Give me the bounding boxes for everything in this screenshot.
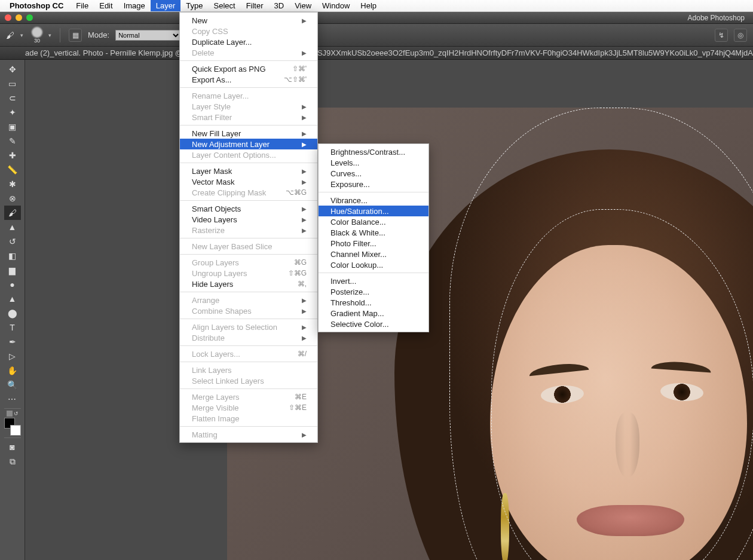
adjustment-menu-brightness-contrast[interactable]: Brightness/Contrast... bbox=[319, 146, 428, 157]
menu-item-label: Selective Color... bbox=[330, 320, 418, 329]
menu-view[interactable]: View bbox=[289, 0, 317, 11]
swap-colors-icon[interactable]: ↺ bbox=[14, 411, 19, 417]
sharpen-tool[interactable]: ▲ bbox=[4, 292, 21, 306]
layer-menu-new-adjustment-layer[interactable]: New Adjustment Layer▶ bbox=[180, 139, 317, 149]
adjustment-menu-color-balance[interactable]: Color Balance... bbox=[319, 216, 428, 227]
minimize-window-icon[interactable] bbox=[16, 14, 22, 21]
color-swatches[interactable] bbox=[4, 418, 21, 436]
menu-item-label: Align Layers to Selection bbox=[192, 323, 284, 332]
layer-menu-layer-content-options: Layer Content Options... bbox=[180, 149, 317, 160]
default-fg-icon[interactable] bbox=[7, 411, 13, 417]
menu-item-label: Combine Shapes bbox=[192, 307, 284, 316]
history-brush-tool[interactable]: ↺ bbox=[4, 234, 21, 249]
adjustment-menu-color-lookup[interactable]: Color Lookup... bbox=[319, 259, 428, 270]
spot-heal-tool[interactable]: ✚ bbox=[4, 148, 21, 163]
adjustment-menu-levels[interactable]: Levels... bbox=[319, 157, 428, 168]
layer-menu-smart-objects[interactable]: Smart Objects▶ bbox=[180, 203, 317, 214]
submenu-arrow-icon: ▶ bbox=[302, 297, 307, 304]
adjustment-menu-selective-color[interactable]: Selective Color... bbox=[319, 319, 428, 329]
adjustment-menu-exposure[interactable]: Exposure... bbox=[319, 179, 428, 189]
stamp-tool[interactable]: ▲ bbox=[4, 220, 21, 234]
adjustment-menu-gradient-map[interactable]: Gradient Map... bbox=[319, 308, 428, 319]
brush-preview[interactable]: 30 bbox=[32, 27, 42, 44]
layer-menu-quick-export-as-png[interactable]: Quick Export as PNG⇧⌘' bbox=[180, 63, 317, 74]
layer-menu-layer-style: Layer Style▶ bbox=[180, 101, 317, 112]
layer-menu-export-as[interactable]: Export As...⌥⇧⌘' bbox=[180, 74, 317, 85]
quick-mask-icon[interactable]: ◙ bbox=[4, 440, 21, 454]
close-window-icon[interactable] bbox=[5, 14, 11, 21]
type-tool[interactable]: T bbox=[4, 320, 21, 335]
menu-filter[interactable]: Filter bbox=[241, 0, 269, 11]
menu-window[interactable]: Window bbox=[317, 0, 355, 11]
menu-item-label: Layer Mask bbox=[192, 167, 284, 176]
menu-item-label: Hide Layers bbox=[192, 280, 280, 289]
adjustment-menu-black-white[interactable]: Black & White... bbox=[319, 227, 428, 238]
tool-separator bbox=[4, 408, 21, 409]
eyedropper-tool[interactable]: ✎ bbox=[4, 134, 21, 148]
zoom-tool[interactable]: 🔍 bbox=[4, 378, 21, 392]
patch-tool[interactable]: ✱ bbox=[4, 177, 21, 191]
pen-tool[interactable]: ✒ bbox=[4, 335, 21, 349]
adjustment-menu-threshold[interactable]: Threshold... bbox=[319, 297, 428, 308]
blend-mode-select[interactable]: Normal bbox=[115, 30, 181, 41]
menu-item-label: New Fill Layer bbox=[192, 129, 284, 138]
clone-tool[interactable]: ⊗ bbox=[4, 191, 21, 206]
shortcut-label: ⇧⌘G bbox=[288, 269, 307, 277]
adjustment-menu-vibrance[interactable]: Vibrance... bbox=[319, 195, 428, 206]
layer-menu-rename-layer: Rename Layer... bbox=[180, 90, 317, 101]
zoom-window-icon[interactable] bbox=[26, 14, 33, 21]
menu-3d[interactable]: 3D bbox=[269, 0, 290, 11]
menu-type[interactable]: Type bbox=[180, 0, 208, 11]
layer-menu-new[interactable]: New▶ bbox=[180, 15, 317, 26]
layer-menu-duplicate-layer[interactable]: Duplicate Layer... bbox=[180, 36, 317, 47]
airbrush-toggle-icon[interactable]: ↯ bbox=[715, 29, 728, 42]
brush-panel-icon[interactable]: ▦ bbox=[69, 29, 82, 42]
dodge-tool[interactable]: ⬤ bbox=[4, 306, 21, 320]
menu-item-label: Ungroup Layers bbox=[192, 269, 270, 278]
adjustment-menu-channel-mixer[interactable]: Channel Mixer... bbox=[319, 249, 428, 259]
more-tools-icon[interactable]: ⋯ bbox=[4, 392, 21, 406]
adjustment-menu-photo-filter[interactable]: Photo Filter... bbox=[319, 238, 428, 249]
menu-image[interactable]: Image bbox=[118, 0, 151, 11]
crop-tool[interactable]: ▣ bbox=[4, 120, 21, 134]
layer-menu-vector-mask[interactable]: Vector Mask▶ bbox=[180, 176, 317, 187]
menu-edit[interactable]: Edit bbox=[94, 0, 118, 11]
path-select-tool[interactable]: ▷ bbox=[4, 349, 21, 363]
adjustment-menu-hue-saturation[interactable]: Hue/Saturation... bbox=[319, 206, 428, 216]
menu-select[interactable]: Select bbox=[208, 0, 240, 11]
adjustment-menu-curves[interactable]: Curves... bbox=[319, 168, 428, 179]
tool-preset-icon[interactable]: 🖌 bbox=[6, 30, 14, 40]
menu-layer[interactable]: Layer bbox=[151, 0, 181, 11]
menu-help[interactable]: Help bbox=[355, 0, 382, 11]
layer-menu-layer-mask[interactable]: Layer Mask▶ bbox=[180, 166, 317, 176]
menu-file[interactable]: File bbox=[71, 0, 94, 11]
background-color-swatch[interactable] bbox=[10, 425, 21, 436]
adjustment-menu-posterize[interactable]: Posterize... bbox=[319, 286, 428, 297]
adjustment-layer-submenu[interactable]: Brightness/Contrast...Levels...Curves...… bbox=[318, 143, 429, 332]
lasso-tool[interactable]: ⊂ bbox=[4, 91, 21, 105]
adjustment-menu-invert[interactable]: Invert... bbox=[319, 276, 428, 286]
layer-menu-dropdown[interactable]: New▶Copy CSSDuplicate Layer...Delete▶Qui… bbox=[179, 12, 318, 443]
shortcut-label: ⌘/ bbox=[298, 350, 307, 358]
blur-tool[interactable]: ● bbox=[4, 277, 21, 292]
move-tool[interactable]: ✥ bbox=[4, 62, 21, 76]
layer-menu-video-layers[interactable]: Video Layers▶ bbox=[180, 214, 317, 225]
layer-menu-flatten-image: Flatten Image bbox=[180, 413, 317, 424]
layer-menu-hide-layers[interactable]: Hide Layers⌘, bbox=[180, 279, 317, 289]
app-name[interactable]: Photoshop CC bbox=[10, 1, 63, 10]
window-traffic-lights[interactable] bbox=[5, 14, 33, 21]
ruler-tool[interactable]: 📏 bbox=[4, 163, 21, 177]
magic-wand-tool[interactable]: ✦ bbox=[4, 105, 21, 120]
marquee-tool[interactable]: ▭ bbox=[4, 76, 21, 91]
submenu-arrow-icon: ▶ bbox=[302, 324, 307, 331]
tool-preset-dropdown-icon[interactable]: ▾ bbox=[20, 32, 23, 38]
layer-menu-new-fill-layer[interactable]: New Fill Layer▶ bbox=[180, 128, 317, 139]
brush-tool[interactable]: 🖌 bbox=[4, 206, 21, 220]
screen-mode-icon[interactable]: ⧉ bbox=[4, 454, 21, 469]
brush-picker-dropdown-icon[interactable]: ▾ bbox=[48, 32, 51, 38]
document-tab-strip[interactable]: ade (2)_vertical. Photo - Pernille Klemp… bbox=[0, 47, 753, 60]
pressure-toggle-icon[interactable]: ◎ bbox=[734, 29, 747, 42]
gradient-tool[interactable]: ▆ bbox=[4, 263, 21, 277]
eraser-tool[interactable]: ◧ bbox=[4, 249, 21, 263]
hand-tool[interactable]: ✋ bbox=[4, 363, 21, 378]
